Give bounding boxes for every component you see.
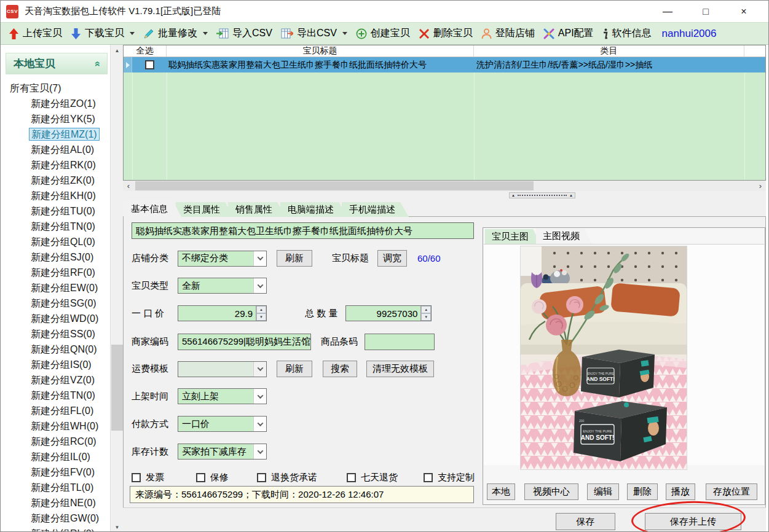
refresh-shipping-button[interactable]: 刷新 xyxy=(277,361,312,377)
sidebar-group-item[interactable]: 新建分组VZ(0) xyxy=(1,372,110,388)
clean-invalid-templates-button[interactable]: 清理无效模板 xyxy=(366,361,434,377)
category-column-header[interactable]: 类目 xyxy=(474,45,744,57)
save-and-upload-button[interactable]: 保存并上传 xyxy=(645,513,741,530)
custom-support-checkbox[interactable]: 支持定制 xyxy=(424,472,475,483)
sidebar-group-item[interactable]: 新建分组ZK(0) xyxy=(1,173,110,188)
export-csv-dropdown-caret[interactable] xyxy=(342,32,347,35)
tab-pc-description[interactable]: 电脑端描述 xyxy=(280,202,347,217)
return-promise-checkbox[interactable]: 退换货承诺 xyxy=(257,472,317,483)
sidebar-group-item[interactable]: 新建分组RK(0) xyxy=(1,157,110,173)
sidebar-group-item[interactable]: 新建分组NE(0) xyxy=(1,495,110,510)
shipping-template-select[interactable] xyxy=(178,361,267,377)
sidebar-group-item[interactable]: 新建分组GW(0) xyxy=(1,510,110,526)
tab-main-video[interactable]: 主图视频 xyxy=(536,228,592,244)
quantity-spinner[interactable]: 99257030 ▲▼ xyxy=(345,305,432,321)
panel-splitter[interactable]: ▲ ▲ xyxy=(123,191,766,200)
splitter-handle[interactable]: ▲ ▲ xyxy=(509,192,575,198)
minimize-button[interactable]: — xyxy=(649,1,687,22)
maximize-button[interactable]: □ xyxy=(687,1,725,22)
spin-up-icon[interactable]: ▲ xyxy=(421,306,431,313)
row-checkbox[interactable] xyxy=(145,60,154,69)
warranty-checkbox[interactable]: 保修 xyxy=(196,472,229,483)
create-item-button[interactable]: 创建宝贝 xyxy=(352,25,414,42)
tab-sales-attrs[interactable]: 销售属性 xyxy=(228,202,286,217)
chevron-down-icon[interactable] xyxy=(253,278,266,293)
collapse-panel-icon[interactable]: « xyxy=(93,61,104,66)
sidebar-group-item[interactable]: 新建分组AL(0) xyxy=(1,142,110,157)
sidebar-group-item[interactable]: 新建分组EW(0) xyxy=(1,280,110,295)
tab-basic-info[interactable]: 基本信息 xyxy=(124,200,181,217)
spin-down-icon[interactable]: ▼ xyxy=(421,313,431,321)
scroll-left-icon[interactable]: ‹ xyxy=(123,181,134,191)
tab-category-attrs[interactable]: 类目属性 xyxy=(176,202,234,217)
table-horizontal-scrollbar[interactable]: ‹ › xyxy=(123,181,766,191)
download-items-button[interactable]: 下载宝贝 xyxy=(66,25,139,42)
widen-title-button[interactable]: 调宽 xyxy=(377,250,407,267)
sidebar-group-item[interactable]: 新建分组SJ(0) xyxy=(1,249,110,265)
stock-count-select[interactable]: 买家拍下减库存 xyxy=(178,444,267,460)
payment-method-select[interactable]: 一口价 xyxy=(178,416,267,432)
sidebar-group-item[interactable]: 新建分组WD(0) xyxy=(1,311,110,326)
sidebar-group-item[interactable]: 新建分组SS(0) xyxy=(1,326,110,342)
sidebar-group-item[interactable]: 新建分组YK(5) xyxy=(1,111,110,127)
tab-mobile-description[interactable]: 手机端描述 xyxy=(342,202,409,217)
play-video-button[interactable]: 播放 xyxy=(666,483,695,500)
row-category-cell[interactable]: 洗护清洁剂/卫生巾/纸/香薰>>纸品/湿巾>>抽纸 xyxy=(474,57,744,72)
batch-edit-button[interactable]: 批量修改 xyxy=(139,25,212,42)
sidebar-scrollbar[interactable]: ▲ ▼ xyxy=(110,45,123,532)
price-spinner[interactable]: 29.9 ▲▼ xyxy=(178,305,267,321)
software-info-button[interactable]: 软件信息 xyxy=(598,25,656,42)
import-csv-button[interactable]: 导入CSV xyxy=(212,25,277,42)
sidebar-group-item[interactable]: 新建分组IL(0) xyxy=(1,449,110,464)
sidebar-group-item[interactable]: 新建分组RL(0) xyxy=(1,526,110,532)
sidebar-group-item[interactable]: 新建分组SG(0) xyxy=(1,295,110,311)
batch-edit-dropdown-caret[interactable] xyxy=(203,32,208,35)
edit-image-button[interactable]: 编辑 xyxy=(587,483,619,500)
sidebar-group-item[interactable]: 新建分组RF(0) xyxy=(1,265,110,280)
chevron-down-icon[interactable] xyxy=(253,417,266,431)
refresh-category-button[interactable]: 刷新 xyxy=(277,250,312,267)
export-csv-button[interactable]: 导出CSV xyxy=(277,25,352,42)
row-title-cell[interactable]: 聪妈抽纸实惠装家用整箱大包卫生纸巾擦手餐巾纸批面纸抽特价大号 xyxy=(167,57,474,72)
sidebar-group-item[interactable]: 新建分组FL(0) xyxy=(1,403,110,418)
sidebar-group-item[interactable]: 新建分组IS(0) xyxy=(1,357,110,372)
horizontal-scrollbar-thumb[interactable] xyxy=(135,181,534,190)
storage-location-button[interactable]: 存放位置 xyxy=(706,483,757,500)
chevron-down-icon[interactable] xyxy=(253,444,266,459)
tab-main-image[interactable]: 宝贝主图 xyxy=(485,229,541,244)
seven-day-return-checkbox[interactable]: 七天退货 xyxy=(347,472,398,483)
chevron-down-icon[interactable] xyxy=(253,389,266,404)
search-shipping-button[interactable]: 搜索 xyxy=(323,361,357,377)
sidebar-group-item[interactable]: 新建分组QN(0) xyxy=(1,342,110,357)
sidebar-group-item[interactable]: 新建分组ZO(1) xyxy=(1,96,110,111)
invoice-checkbox[interactable]: 发票 xyxy=(132,472,164,483)
delete-item-button[interactable]: 删除宝贝 xyxy=(414,25,477,42)
sidebar-group-item[interactable]: 新建分组RC(0) xyxy=(1,434,110,449)
delete-image-button[interactable]: 删除 xyxy=(627,483,658,500)
sidebar-group-item[interactable]: 新建分组TN(0) xyxy=(1,219,110,234)
video-center-button[interactable]: 视频中心 xyxy=(524,483,578,500)
listing-time-select[interactable]: 立刻上架 xyxy=(178,388,267,404)
save-button[interactable]: 保存 xyxy=(556,513,615,530)
spin-down-icon[interactable]: ▼ xyxy=(256,313,266,321)
item-type-select[interactable]: 全新 xyxy=(178,278,267,294)
scroll-down-icon[interactable]: ▼ xyxy=(111,522,124,532)
sidebar-item-all[interactable]: 所有宝贝(7) xyxy=(1,80,110,96)
local-image-button[interactable]: 本地 xyxy=(487,483,515,500)
select-all-header[interactable]: 全选 xyxy=(124,45,167,57)
api-config-button[interactable]: API配置 xyxy=(539,25,598,42)
scroll-right-icon[interactable]: › xyxy=(755,181,766,191)
sidebar-group-item[interactable]: 新建分组KH(0) xyxy=(1,188,110,203)
sidebar-scrollbar-thumb[interactable] xyxy=(111,345,123,431)
shop-category-select[interactable]: 不绑定分类 xyxy=(178,251,267,267)
sidebar-group-item[interactable]: 新建分组TL(0) xyxy=(1,480,110,495)
sidebar-group-item[interactable]: 新建分组FV(0) xyxy=(1,464,110,480)
sidebar-group-item[interactable]: 新建分组TU(0) xyxy=(1,203,110,219)
row-selector[interactable] xyxy=(124,57,132,72)
upload-items-button[interactable]: 上传宝贝 xyxy=(4,25,66,42)
close-button[interactable]: × xyxy=(725,1,763,22)
title-column-header[interactable]: 宝贝标题 xyxy=(167,45,474,57)
download-dropdown-caret[interactable] xyxy=(130,32,135,35)
sidebar-group-item[interactable]: 新建分组WH(0) xyxy=(1,418,110,434)
chevron-down-icon[interactable] xyxy=(253,251,266,266)
